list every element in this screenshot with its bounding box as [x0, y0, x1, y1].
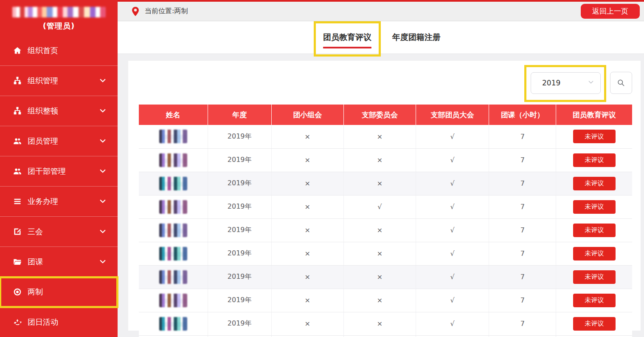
group-meeting-cell: × [271, 335, 343, 337]
branch-congress-cell: √ [416, 242, 489, 265]
review-status-button[interactable]: 未评议 [573, 224, 616, 237]
edit-icon [13, 227, 22, 236]
branch-committee-cell: × [343, 312, 416, 335]
sidebar-header: (管理员) [0, 0, 118, 36]
col-header-class-hours: 团课（小时） [489, 105, 556, 125]
chevron-down-icon [99, 258, 107, 266]
branch-congress-cell: √ [416, 195, 489, 218]
users-icon [13, 137, 22, 145]
content-area: 2019 姓名 年度 团小组会 [118, 54, 644, 337]
table-header-row: 姓名 年度 团小组会 支部委员会 支部团员大会 团课（小时） 团员教育评议 [139, 105, 632, 125]
redacted-name [159, 177, 187, 190]
group-meeting-cell: × [271, 172, 343, 195]
tab-member-education-review[interactable]: 团员教育评议 [323, 27, 371, 48]
class-hours-cell: 7 [489, 125, 556, 148]
year-cell: 2019年 [208, 289, 271, 312]
org-chart-icon [13, 107, 22, 115]
review-status-button[interactable]: 未评议 [573, 200, 616, 214]
branch-congress-cell: √ [416, 289, 489, 312]
review-status-button[interactable]: 未评议 [573, 294, 616, 307]
chevron-down-icon [588, 79, 594, 87]
chevron-down-icon [99, 107, 107, 115]
org-title-redacted [12, 7, 106, 17]
branch-committee-cell: × [343, 148, 416, 172]
branch-committee-cell: × [343, 242, 416, 265]
tab-label: 年度团籍注册 [392, 32, 441, 42]
col-header-branch-congress: 支部团员大会 [416, 105, 489, 125]
year-cell: 2019年 [208, 195, 271, 218]
sidebar-item-three-meetings[interactable]: 三会 [0, 217, 118, 247]
group-meeting-cell: × [271, 312, 343, 335]
group-meeting-cell: × [271, 195, 343, 218]
year-select-value: 2019 [542, 79, 588, 87]
table-row: 2019年 × × √ 7 未评议 [139, 172, 632, 195]
sidebar-item-two-systems[interactable]: 两制 [0, 277, 118, 307]
branch-committee-cell: × [343, 218, 416, 242]
org-chart-icon [13, 76, 22, 85]
back-button[interactable]: 返回上一页 [581, 4, 640, 19]
content-panel: 2019 姓名 年度 团小组会 [128, 61, 641, 331]
branch-committee-cell: × [343, 335, 416, 337]
tab-annual-registration[interactable]: 年度团籍注册 [392, 27, 441, 48]
branch-congress-cell: √ [416, 125, 489, 148]
redacted-name [159, 270, 187, 284]
sidebar-item-business[interactable]: 业务办理 [0, 187, 118, 217]
group-meeting-cell: × [271, 289, 343, 312]
redacted-name [159, 130, 187, 143]
year-cell: 2019年 [208, 125, 271, 148]
redacted-name [159, 317, 187, 331]
sidebar-item-label: 团员管理 [28, 136, 99, 146]
sidebar-item-org-management[interactable]: 组织管理 [0, 66, 118, 96]
year-cell: 2019年 [208, 265, 271, 289]
sidebar-item-label: 三会 [28, 227, 99, 237]
review-status-button[interactable]: 未评议 [573, 153, 616, 167]
col-header-branch-committee: 支部委员会 [343, 105, 416, 125]
col-header-group-meeting: 团小组会 [271, 105, 343, 125]
branch-congress-cell: √ [416, 172, 489, 195]
table-row: 2019年 × × √ 7 未评议 [139, 289, 632, 312]
active-tab-underline [323, 47, 371, 48]
sidebar-item-cadre-management[interactable]: 团干部管理 [0, 156, 118, 187]
year-cell: 2019年 [208, 148, 271, 172]
table-row: 2019年 × × √ 7 未评议 [139, 148, 632, 172]
table-row: 2019年 × × √ 7 未评议 [139, 218, 632, 242]
sidebar-item-home[interactable]: 组织首页 [0, 36, 118, 66]
tab-label: 团员教育评议 [323, 32, 371, 42]
group-meeting-cell: × [271, 218, 343, 242]
table-row: 2019年 × × √ 7 未评议 [139, 312, 632, 335]
sidebar-item-label: 团干部管理 [28, 166, 99, 176]
search-button[interactable] [610, 72, 632, 94]
review-status-button[interactable]: 未评议 [573, 177, 616, 190]
col-header-year: 年度 [208, 105, 271, 125]
location-pin-icon [131, 6, 140, 17]
year-cell: 2019年 [208, 312, 271, 335]
branch-committee-cell: × [343, 172, 416, 195]
review-status-button[interactable]: 未评议 [573, 270, 616, 284]
year-cell: 2019年 [208, 335, 271, 337]
tab-bar: 团员教育评议 年度团籍注册 [118, 21, 644, 54]
branch-congress-cell: √ [416, 218, 489, 242]
branch-congress-cell: √ [416, 335, 489, 337]
app-root: (管理员) 组织首页 组织管理 组织整顿 团员管理 团干部管理 [0, 0, 644, 337]
review-status-button[interactable]: 未评议 [573, 247, 616, 261]
group-meeting-cell: × [271, 242, 343, 265]
class-hours-cell: 7 [489, 312, 556, 335]
review-status-button[interactable]: 未评议 [573, 317, 616, 331]
col-header-name: 姓名 [139, 105, 208, 125]
year-cell: 2019年 [208, 242, 271, 265]
year-select[interactable]: 2019 [531, 72, 601, 94]
sidebar-item-label: 组织首页 [28, 45, 107, 56]
sidebar-item-org-rectify[interactable]: 组织整顿 [0, 96, 118, 126]
redacted-name [159, 247, 187, 261]
sidebar-item-league-class[interactable]: 团课 [0, 247, 118, 277]
class-hours-cell: 7 [489, 335, 556, 337]
table-row: 2019年 × × √ 7 未评议 [139, 265, 632, 289]
sidebar-item-member-management[interactable]: 团员管理 [0, 126, 118, 156]
members-table: 姓名 年度 团小组会 支部委员会 支部团员大会 团课（小时） 团员教育评议 2 [139, 105, 632, 337]
sidebar-item-league-day[interactable]: 团日活动 [0, 307, 118, 337]
annotation-box-active-tab: 团员教育评议 [314, 21, 381, 57]
branch-congress-cell: √ [416, 312, 489, 335]
class-hours-cell: 7 [489, 289, 556, 312]
review-status-button[interactable]: 未评议 [573, 130, 616, 143]
col-header-review: 团员教育评议 [556, 105, 632, 125]
